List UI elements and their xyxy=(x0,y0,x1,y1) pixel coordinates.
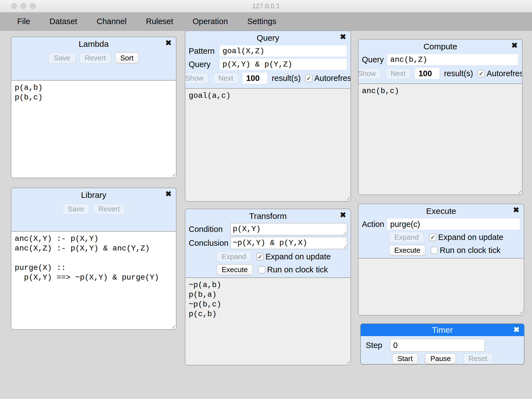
conclusion-input[interactable]: ~p(X,Y) & p(Y,X) xyxy=(230,237,347,249)
library-header: Library ✖ Save Revert xyxy=(11,188,176,231)
menu-dataset[interactable]: Dataset xyxy=(50,17,77,26)
library-revert-button[interactable]: Revert xyxy=(93,204,125,214)
condition-label: Condition xyxy=(189,225,230,234)
compute-results[interactable]: anc(b,c) xyxy=(359,84,522,195)
results-label: result(s) xyxy=(444,69,473,78)
transform-header: Transform ✖ Condition p(X,Y) Conclusion … xyxy=(185,209,351,277)
library-save-button[interactable]: Save xyxy=(62,204,89,214)
traffic-lights xyxy=(11,3,36,9)
lambda-revert-button[interactable]: Revert xyxy=(80,53,111,63)
window-title: 127.0.0.1 xyxy=(0,0,532,12)
run-on-clock-tick-checkbox[interactable] xyxy=(431,247,438,254)
menu-bar: File Dataset Channel Ruleset Operation S… xyxy=(0,12,532,31)
step-input[interactable] xyxy=(390,339,485,352)
reset-button[interactable]: Reset xyxy=(463,353,493,364)
check-icon: ✓ xyxy=(306,75,311,81)
window-minimize-button[interactable] xyxy=(21,3,26,9)
compute-header: Compute ✖ Query Show Next result(s) ✓ Au… xyxy=(359,40,522,83)
menu-channel[interactable]: Channel xyxy=(97,17,127,26)
transform-results[interactable]: ~p(a,b) p(b,a) ~p(b,c) p(c,b) xyxy=(185,278,351,365)
timer-title: Timer xyxy=(361,324,524,336)
title-bar: 127.0.0.1 xyxy=(0,0,532,12)
query-header: Query ✖ Pattern Query Show Next result(s… xyxy=(185,31,351,88)
check-icon: ✓ xyxy=(258,254,263,260)
close-icon[interactable]: ✖ xyxy=(340,211,346,219)
lambda-panel: Lambda ✖ Save Revert Sort p(a,b) p(b,c) xyxy=(11,37,177,178)
timer-body: Step Start Pause Reset xyxy=(361,336,524,364)
execute-header: Execute ✖ Action Expand ✓ Expand on upda… xyxy=(359,204,524,258)
conclusion-label: Conclusion xyxy=(189,239,230,248)
menu-file[interactable]: File xyxy=(17,17,30,26)
pause-button[interactable]: Pause xyxy=(425,353,456,364)
query-label: Query xyxy=(189,60,220,69)
expand-on-update-checkbox[interactable]: ✓ xyxy=(256,253,264,260)
expand-on-update-label: Expand on update xyxy=(265,252,331,261)
lambda-editor[interactable]: p(a,b) p(b,c) xyxy=(11,81,176,178)
show-button[interactable]: Show xyxy=(185,73,209,84)
window-zoom-button[interactable] xyxy=(30,3,36,9)
close-icon[interactable]: ✖ xyxy=(340,33,346,41)
check-icon: ✓ xyxy=(479,71,484,76)
next-button[interactable]: Next xyxy=(213,73,238,84)
query-results[interactable]: goal(a,c) xyxy=(185,89,351,201)
lambda-title: Lambda xyxy=(11,39,176,49)
library-editor[interactable]: anc(X,Y) :- p(X,Y) anc(X,Z) :- p(X,Y) & … xyxy=(11,232,176,329)
lambda-save-button[interactable]: Save xyxy=(48,53,75,63)
transform-panel: Transform ✖ Condition p(X,Y) Conclusion … xyxy=(185,209,351,365)
window-close-button[interactable] xyxy=(11,3,17,9)
menu-operation[interactable]: Operation xyxy=(193,17,228,26)
show-button[interactable]: Show xyxy=(358,68,381,79)
action-label: Action xyxy=(362,220,387,229)
execute-results[interactable] xyxy=(359,259,524,315)
condition-input[interactable]: p(X,Y) xyxy=(230,223,347,235)
check-icon: ✓ xyxy=(430,234,435,240)
compute-query-input[interactable] xyxy=(387,54,518,65)
next-button[interactable]: Next xyxy=(385,68,411,79)
close-icon[interactable]: ✖ xyxy=(513,206,519,214)
autorefresh-checkbox[interactable]: ✓ xyxy=(477,70,485,77)
transform-title: Transform xyxy=(185,211,351,221)
close-icon[interactable]: ✖ xyxy=(165,39,172,47)
query-input[interactable] xyxy=(220,59,347,70)
timer-header: Timer ✖ xyxy=(361,324,524,336)
library-panel: Library ✖ Save Revert anc(X,Y) :- p(X,Y)… xyxy=(11,188,177,330)
run-on-clock-tick-label: Run on clock tick xyxy=(267,265,328,274)
expand-on-update-checkbox[interactable]: ✓ xyxy=(429,234,436,241)
lambda-header: Lambda ✖ Save Revert Sort xyxy=(11,37,176,80)
compute-query-label: Query xyxy=(362,55,387,64)
results-label: result(s) xyxy=(272,74,301,83)
execute-title: Execute xyxy=(359,206,524,216)
query-panel: Query ✖ Pattern Query Show Next result(s… xyxy=(185,30,351,202)
autorefresh-checkbox[interactable]: ✓ xyxy=(305,75,313,82)
expand-button[interactable]: Expand xyxy=(389,232,424,243)
menu-settings[interactable]: Settings xyxy=(247,17,276,26)
action-input[interactable] xyxy=(387,219,520,230)
query-title: Query xyxy=(185,33,351,43)
pattern-label: Pattern xyxy=(189,47,220,56)
execute-button[interactable]: Execute xyxy=(216,264,253,275)
close-icon[interactable]: ✖ xyxy=(513,326,520,334)
result-count-input[interactable] xyxy=(243,73,267,84)
step-label: Step xyxy=(366,341,390,350)
execute-panel: Execute ✖ Action Expand ✓ Expand on upda… xyxy=(358,204,524,316)
close-icon[interactable]: ✖ xyxy=(165,190,172,198)
run-on-clock-tick-label: Run on clock tick xyxy=(440,246,500,255)
expand-on-update-label: Expand on update xyxy=(438,233,503,242)
compute-panel: Compute ✖ Query Show Next result(s) ✓ Au… xyxy=(358,39,523,195)
autorefresh-label: Autorefresh xyxy=(314,74,351,83)
autorefresh-label: Autorefresh xyxy=(487,69,523,78)
expand-button[interactable]: Expand xyxy=(216,251,251,262)
compute-title: Compute xyxy=(359,41,522,52)
lambda-sort-button[interactable]: Sort xyxy=(115,53,139,63)
pattern-input[interactable] xyxy=(220,45,347,57)
execute-button[interactable]: Execute xyxy=(389,245,426,256)
library-title: Library xyxy=(11,190,176,200)
menu-ruleset[interactable]: Ruleset xyxy=(146,17,173,26)
start-button[interactable]: Start xyxy=(392,353,418,364)
close-icon[interactable]: ✖ xyxy=(511,42,518,49)
result-count-input[interactable] xyxy=(415,68,439,79)
run-on-clock-tick-checkbox[interactable] xyxy=(258,266,265,273)
timer-panel: Timer ✖ Step Start Pause Reset xyxy=(360,323,525,365)
